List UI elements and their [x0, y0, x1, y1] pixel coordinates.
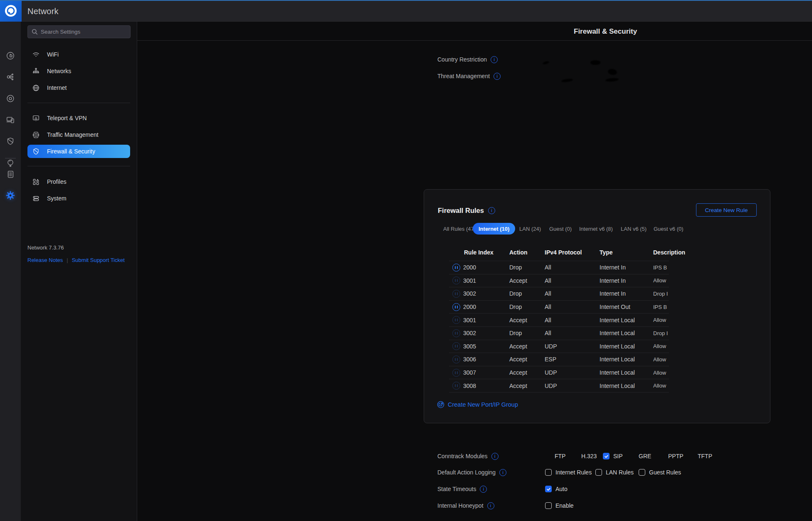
state-timeouts-label: State Timeouts [437, 486, 476, 492]
option-pptp[interactable]: PPTP [668, 451, 684, 462]
cell-description: Allow [653, 353, 669, 366]
checkbox-checked-icon[interactable] [545, 486, 552, 492]
search-input[interactable] [41, 29, 126, 35]
cell-action: Drop [509, 287, 522, 300]
pause-rule-icon[interactable] [452, 382, 460, 390]
conntrack-options: FTPH.323SIPGREPPTPTFTP [545, 451, 778, 462]
checkbox-unchecked[interactable] [545, 502, 552, 509]
unifi-devices-icon[interactable] [5, 94, 15, 104]
info-icon[interactable] [491, 453, 499, 460]
info-icon[interactable] [488, 207, 495, 214]
map-smudge [542, 61, 549, 65]
firewall-rule-row[interactable]: 3008AcceptUDPInternet LocalAllow [449, 379, 669, 392]
dashboard-icon[interactable] [5, 51, 15, 61]
client-devices-icon[interactable] [5, 115, 15, 125]
sidebar-item-internet[interactable]: Internet [27, 81, 130, 95]
firewall-rule-row[interactable]: 3001AcceptAllInternet LocalAllow [449, 313, 669, 326]
pause-rule-icon[interactable] [452, 356, 460, 363]
map-smudge [605, 78, 619, 82]
create-new-rule-button[interactable]: Create New Rule [696, 203, 757, 217]
icon-rail [0, 22, 21, 521]
tab-lan-24[interactable]: LAN (24) [519, 223, 541, 235]
checkbox-unchecked[interactable] [595, 469, 602, 476]
info-icon[interactable] [480, 486, 487, 493]
threat-management-label: Threat Management [437, 73, 490, 79]
cell-rule-index: 3006 [463, 353, 476, 366]
release-notes-link[interactable]: Release Notes [27, 257, 63, 263]
default-action-logging-row: Default Action Logging [437, 467, 506, 478]
tab-internet-10[interactable]: Internet (10) [473, 223, 515, 235]
tab-internet-v6-8[interactable]: Internet v6 (8) [579, 223, 613, 235]
option-h-323[interactable]: H.323 [581, 451, 597, 462]
firewall-rule-row[interactable]: 3007AcceptUDPInternet LocalAllow [449, 366, 669, 379]
menu-divider [27, 166, 130, 166]
sidebar-item-networks[interactable]: Networks [27, 64, 130, 78]
sidebar-item-traffic-management[interactable]: Traffic Management [27, 128, 130, 142]
cell-action: Accept [509, 314, 527, 326]
search-box[interactable] [27, 25, 131, 38]
default-action-logging-label: Default Action Logging [437, 469, 496, 476]
option-guest-rules[interactable]: Guest Rules [639, 467, 681, 478]
pause-rule-icon[interactable] [452, 264, 460, 272]
option-ftp[interactable]: FTP [555, 451, 565, 462]
unifi-logo[interactable] [0, 0, 22, 22]
option-sip[interactable]: SIP [603, 451, 623, 462]
firewall-rule-row[interactable]: 3005AcceptUDPInternet LocalAllow [449, 340, 669, 353]
settings-icon[interactable] [5, 190, 15, 200]
pause-rule-icon[interactable] [452, 277, 460, 284]
checkbox-unchecked[interactable] [545, 469, 552, 476]
header-divider [137, 40, 812, 41]
pause-rule-icon[interactable] [452, 369, 460, 377]
version-label: Network 7.3.76 [27, 244, 64, 251]
option-tftp[interactable]: TFTP [698, 451, 712, 462]
firewall-rule-row[interactable]: 3001AcceptAllInternet InAllow [449, 274, 669, 287]
tab-guest-v6-0[interactable]: Guest v6 (0) [654, 223, 684, 235]
insights-icon[interactable] [5, 158, 15, 168]
option-internet-rules[interactable]: Internet Rules [545, 467, 592, 478]
info-icon[interactable] [494, 73, 501, 80]
internal-honeypot-row: Internal Honeypot [437, 500, 494, 511]
tab-guest-0[interactable]: Guest (0) [549, 223, 572, 235]
firewall-rule-row[interactable]: 3002DropAllInternet InDrop I [449, 287, 669, 300]
security-icon[interactable] [5, 136, 15, 146]
sidebar-item-firewall-security[interactable]: Firewall & Security [27, 145, 130, 158]
option-enable[interactable]: Enable [545, 500, 574, 511]
firewall-rules-title: Firewall Rules [438, 207, 484, 215]
state-timeouts-row: State Timeouts [437, 484, 487, 494]
firewall-rule-row[interactable]: 3006AcceptESPInternet LocalAllow [449, 353, 669, 366]
firewall-rule-row[interactable]: 3002DropAllInternet LocalDrop I [449, 326, 669, 340]
option-label: Internet Rules [555, 469, 592, 476]
pause-rule-icon[interactable] [452, 316, 460, 324]
cell-action: Accept [509, 353, 527, 366]
sidebar-item-label: Teleport & VPN [47, 115, 87, 121]
sidebar-item-teleport-vpn[interactable]: Teleport & VPN [27, 111, 130, 125]
option-gre[interactable]: GRE [639, 451, 651, 462]
info-icon[interactable] [499, 469, 506, 476]
info-icon[interactable] [487, 502, 494, 509]
system-log-icon[interactable] [5, 169, 15, 179]
cell-ipv4-protocol: All [545, 274, 551, 287]
option-lan-rules[interactable]: LAN Rules [595, 467, 634, 478]
firewall-rule-row[interactable]: 2000DropAllInternet InIPS B [449, 261, 669, 274]
option-auto[interactable]: Auto [545, 484, 568, 494]
pause-rule-icon[interactable] [452, 329, 460, 337]
tab-all-rules-47[interactable]: All Rules (47) [443, 223, 476, 235]
firewall-rule-row[interactable]: 2000DropAllInternet OutIPS B [449, 300, 669, 314]
sidebar-item-profiles[interactable]: Profiles [27, 175, 130, 189]
cell-type: Internet In [600, 274, 626, 287]
checkbox-unchecked[interactable] [639, 469, 645, 476]
info-icon[interactable] [491, 56, 498, 63]
settings-sidebar: WiFiNetworksInternetTeleport & VPNTraffi… [21, 22, 137, 521]
checkbox-checked-icon[interactable] [603, 453, 610, 459]
topology-icon[interactable] [5, 72, 15, 82]
pause-rule-icon[interactable] [452, 342, 460, 350]
submit-support-ticket-link[interactable]: Submit Support Ticket [72, 257, 125, 263]
firewall-security-icon [32, 147, 40, 156]
sidebar-item-system[interactable]: System [27, 191, 130, 205]
cell-rule-index: 3001 [463, 274, 476, 287]
pause-rule-icon[interactable] [452, 290, 460, 298]
sidebar-item-wifi[interactable]: WiFi [27, 47, 130, 62]
pause-rule-icon[interactable] [452, 303, 460, 311]
create-port-ip-group-link[interactable]: Create New Port/IP Group [437, 399, 518, 410]
tab-lan-v6-5[interactable]: LAN v6 (5) [621, 223, 647, 235]
